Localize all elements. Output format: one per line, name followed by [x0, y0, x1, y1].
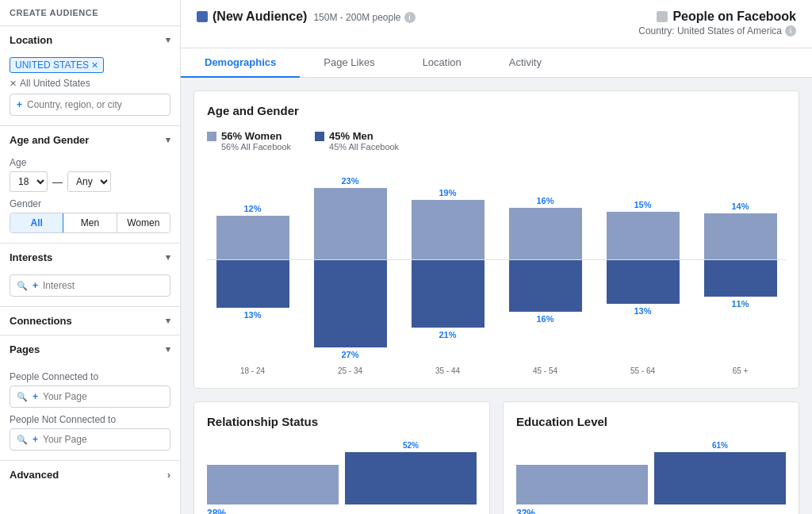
legend-women: 56% Women 56% All Facebook [207, 130, 291, 152]
education-chart: Education Level 61% 32% [503, 401, 799, 514]
age-dash: — [52, 176, 63, 188]
location-tags: UNITED STATES ✕ [10, 57, 170, 73]
rel-bar-light [207, 465, 339, 504]
rel-bar-dark [345, 452, 477, 504]
women-pct: 56% Women [221, 130, 282, 142]
legend-row: 56% Women 56% All Facebook 45% Men 45% A… [207, 130, 786, 152]
bars-area: 12% 23% 19% 16% 15% 14% 13% 27% 21% 16% [207, 164, 786, 375]
education-title: Education Level [516, 415, 786, 428]
men-bars-row: 13% 27% 21% 16% 13% 11% [207, 260, 786, 363]
men-bar [314, 260, 387, 347]
tab-page-likes[interactable]: Page Likes [300, 48, 398, 78]
location-input-field[interactable]: + [10, 94, 170, 116]
gender-men-button[interactable]: Men [63, 213, 117, 232]
bar-age-label: 65 + [695, 363, 786, 375]
tab-location[interactable]: Location [399, 48, 485, 78]
your-page-input-2[interactable]: 🔍 + [10, 428, 170, 451]
location-chevron-icon: ▾ [166, 35, 170, 45]
tab-activity[interactable]: Activity [485, 48, 565, 78]
sidebar: CREATE AUDIENCE Location ▾ UNITED STATES… [0, 0, 181, 514]
age-gender-content: Age 18 — Any Gender All Men Women [0, 154, 180, 243]
bar-group-women: 14% [695, 164, 786, 259]
location-section: Location ▾ UNITED STATES ✕ ✕ All United … [0, 26, 180, 126]
age-label: Age [10, 157, 170, 168]
plus-icon: + [17, 99, 22, 110]
interest-plus-icon: + [33, 280, 38, 291]
women-pct-label: 12% [243, 204, 261, 213]
location-content: UNITED STATES ✕ ✕ All United States + [0, 54, 180, 125]
location-toggle[interactable]: Location ▾ [0, 26, 180, 54]
age-gender-toggle[interactable]: Age and Gender ▾ [0, 126, 180, 154]
edu-bar-1 [516, 441, 648, 504]
age-min-select[interactable]: 18 [10, 171, 48, 192]
your-page-field-1[interactable] [43, 391, 163, 402]
bar-age-label: 18 - 24 [207, 363, 298, 375]
women-pct-label: 16% [536, 196, 553, 205]
bar-group-women: 15% [597, 164, 688, 259]
fb-color-box [657, 11, 668, 22]
remove-location-icon[interactable]: ✕ [91, 60, 98, 71]
location-all-row: ✕ All United States [10, 78, 170, 89]
age-gender-section: Age and Gender ▾ Age 18 — Any Gender All… [0, 126, 180, 244]
fb-info-icon[interactable]: i [785, 25, 796, 36]
audience-sub: 150M - 200M people i [313, 12, 415, 23]
interests-content: 🔍 + [0, 271, 180, 306]
bar-group-women: 12% [207, 164, 298, 259]
location-tag-us: UNITED STATES ✕ [10, 57, 104, 73]
your-page-field-2[interactable] [43, 434, 163, 445]
age-gender-chart-section: Age and Gender 56% Women 56% All Faceboo… [193, 90, 799, 389]
audience-name-text: (New Audience) [213, 10, 307, 24]
interests-section: Interests ▾ 🔍 + [0, 244, 180, 307]
edu-bottom-pct: 32% [516, 508, 786, 514]
edu-pct-2: 61% [712, 441, 728, 450]
women-pct-label: 15% [634, 200, 651, 209]
women-bar [216, 216, 289, 259]
connections-toggle[interactable]: Connections ▾ [0, 307, 180, 335]
interests-label: Interests [10, 251, 52, 263]
bar-group-men: 13% [597, 260, 688, 363]
men-pct-label: 11% [731, 299, 749, 309]
page-plus-icon-1: + [33, 391, 38, 402]
bar-age-label: 55 - 64 [597, 363, 688, 375]
your-page-input-1[interactable]: 🔍 + [10, 386, 170, 408]
people-not-connected-label: People Not Connected to [10, 414, 170, 425]
rel-pct-2: 52% [403, 441, 419, 450]
advanced-label: Advanced [10, 469, 59, 481]
bar-group-men: 13% [207, 260, 298, 363]
interests-toggle[interactable]: Interests ▾ [0, 244, 180, 271]
search-icon: 🔍 [17, 281, 28, 291]
location-input[interactable] [27, 99, 163, 110]
women-bar [607, 212, 680, 259]
bar-group-men: 11% [695, 260, 786, 363]
men-bar [412, 260, 485, 328]
interest-input-field[interactable]: 🔍 + [10, 274, 170, 297]
pages-toggle[interactable]: Pages ▾ [0, 336, 180, 363]
main-panel: (New Audience) 150M - 200M people i Peop… [181, 0, 812, 514]
people-on-fb-title: People on Facebook [638, 10, 796, 24]
edu-bar-light [516, 465, 648, 504]
men-pct: 45% Men [329, 130, 373, 142]
rel-bar-1 [207, 441, 339, 504]
edu-bar-dark [654, 452, 786, 504]
age-max-select[interactable]: Any [67, 171, 111, 192]
age-gender-title: Age and Gender [207, 104, 786, 117]
search-icon-1: 🔍 [17, 392, 28, 402]
connections-section: Connections ▾ [0, 307, 180, 336]
gender-all-button[interactable]: All [10, 213, 63, 232]
men-color-icon [315, 132, 324, 141]
bar-age-label: 25 - 34 [304, 363, 396, 375]
remove-all-icon[interactable]: ✕ [10, 79, 17, 89]
rel-bar-2: 52% [345, 441, 477, 504]
bottom-charts-row: Relationship Status 52% 28% Education Le… [193, 401, 799, 514]
men-pct-label: 13% [243, 310, 261, 320]
men-bar [607, 260, 680, 304]
bar-group-women: 23% [304, 164, 396, 259]
relationship-mini-chart: 52% [207, 441, 477, 504]
gender-women-button[interactable]: Women [117, 213, 170, 232]
content-area: Age and Gender 56% Women 56% All Faceboo… [181, 78, 812, 514]
tab-demographics[interactable]: Demographics [181, 48, 300, 78]
men-pct-label: 27% [341, 350, 358, 359]
audience-info-icon[interactable]: i [404, 12, 416, 23]
advanced-row[interactable]: Advanced › [0, 461, 180, 489]
interest-input[interactable] [43, 280, 163, 291]
